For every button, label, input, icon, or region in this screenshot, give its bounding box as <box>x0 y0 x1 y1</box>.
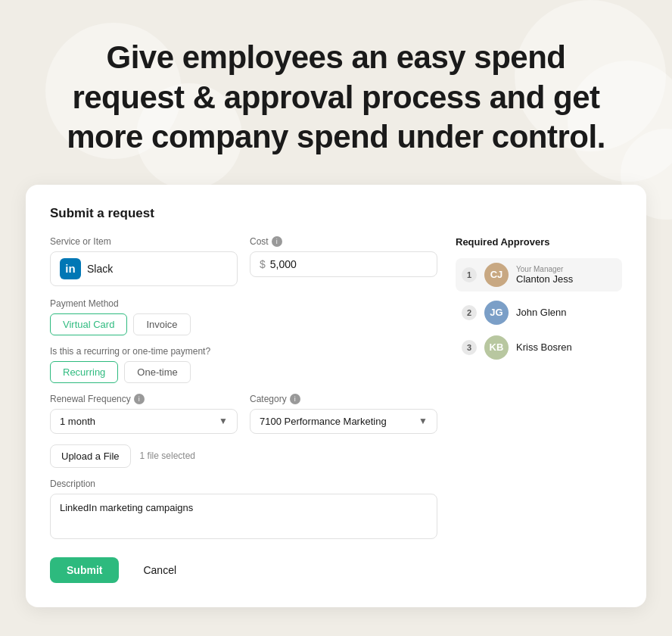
approver-info-3: Kriss Bosren <box>516 341 572 353</box>
approver-number-3: 3 <box>462 340 477 355</box>
linkedin-icon: in <box>60 258 81 279</box>
payment-method-section: Payment Method Virtual Card Invoice <box>50 298 437 335</box>
cost-value: 5,000 <box>270 258 297 270</box>
file-selected-text: 1 file selected <box>140 450 195 461</box>
renewal-info-icon: i <box>134 394 145 404</box>
action-buttons: Submit Cancel <box>50 557 437 583</box>
category-label: Category i <box>250 394 437 404</box>
form-card: Submit a request Service or Item in Slac… <box>26 185 646 607</box>
submit-button[interactable]: Submit <box>50 557 119 583</box>
cost-label: Cost i <box>250 236 437 247</box>
page-headline: Give employees an easy spend request & a… <box>56 38 616 157</box>
approver-info-1: Your Manager Clanton Jess <box>516 265 573 285</box>
renewal-dropdown-arrow: ▼ <box>219 416 228 426</box>
cancel-button[interactable]: Cancel <box>126 557 193 583</box>
approver-row-1: 1 CJ Your Manager Clanton Jess <box>456 258 622 292</box>
one-time-button[interactable]: One-time <box>124 361 190 383</box>
category-field-group: Category i 7100 Performance Marketing ▼ <box>250 394 437 434</box>
virtual-card-button[interactable]: Virtual Card <box>50 313 127 335</box>
upload-button[interactable]: Upload a File <box>50 444 131 468</box>
approver-name-3: Kriss Bosren <box>516 341 572 353</box>
approver-number-1: 1 <box>462 267 477 282</box>
description-label: Description <box>50 479 437 489</box>
approver-avatar-2: JG <box>484 301 509 325</box>
recurring-buttons: Recurring One-time <box>50 361 437 383</box>
cost-field-group: Cost i $ 5,000 <box>250 236 437 286</box>
renewal-field-group: Renewal Frequency i 1 month ▼ <box>50 394 238 434</box>
approver-name-2: John Glenn <box>516 307 567 318</box>
cost-info-icon: i <box>272 236 282 247</box>
approver-number-2: 2 <box>462 305 477 320</box>
approver-role-1: Your Manager <box>516 265 573 273</box>
renewal-value: 1 month <box>60 416 95 427</box>
approvers-title: Required Approvers <box>456 236 622 248</box>
form-left-panel: Service or Item in Slack Cost i $ <box>50 236 437 583</box>
payment-label: Payment Method <box>50 298 437 309</box>
service-label: Service or Item <box>50 236 238 247</box>
renewal-label: Renewal Frequency i <box>50 394 238 404</box>
service-field-group: Service or Item in Slack <box>50 236 238 286</box>
renewal-dropdown[interactable]: 1 month ▼ <box>50 409 238 434</box>
category-dropdown[interactable]: 7100 Performance Marketing ▼ <box>250 409 437 434</box>
approver-avatar-3: KB <box>484 335 509 360</box>
service-name-text: Slack <box>87 263 113 275</box>
payment-buttons: Virtual Card Invoice <box>50 313 437 335</box>
upload-section: Upload a File 1 file selected <box>50 444 437 468</box>
category-dropdown-arrow: ▼ <box>418 416 428 426</box>
recurring-button[interactable]: Recurring <box>50 361 118 383</box>
category-info-icon: i <box>290 394 300 404</box>
description-section: Description <box>50 479 437 542</box>
approver-info-2: John Glenn <box>516 307 567 318</box>
recurring-section: Is this a recurring or one-time payment?… <box>50 346 437 383</box>
approvers-panel: Required Approvers 1 CJ Your Manager Cla… <box>456 236 622 583</box>
category-value: 7100 Performance Marketing <box>260 416 387 427</box>
cost-currency: $ <box>260 258 266 270</box>
cost-input[interactable]: $ 5,000 <box>250 251 437 277</box>
service-input[interactable]: in Slack <box>50 251 238 286</box>
form-title: Submit a request <box>50 206 622 221</box>
approver-avatar-1: CJ <box>484 263 509 287</box>
approver-row-2: 2 JG John Glenn <box>456 299 622 326</box>
description-textarea[interactable] <box>50 494 437 539</box>
approver-row-3: 3 KB Kriss Bosren <box>456 334 622 361</box>
invoice-button[interactable]: Invoice <box>133 313 190 335</box>
approver-name-1: Clanton Jess <box>516 273 573 285</box>
recurring-question: Is this a recurring or one-time payment? <box>50 346 437 357</box>
